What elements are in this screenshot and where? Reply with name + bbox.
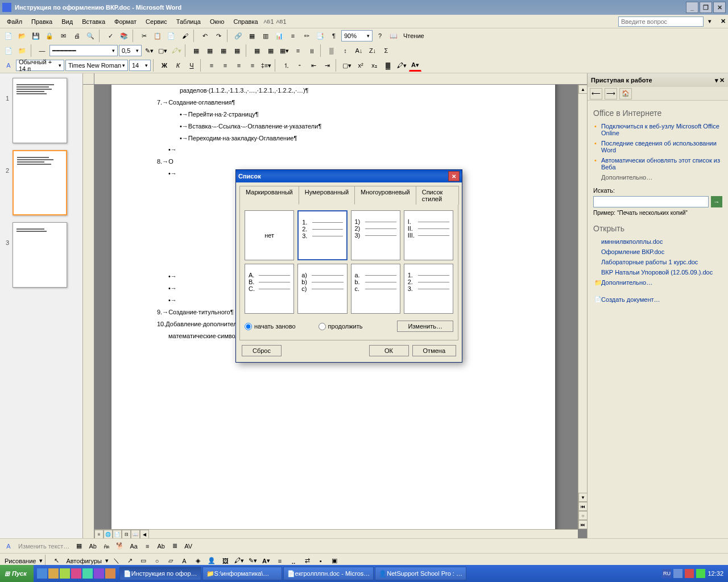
print-icon[interactable]: 🖨 — [71, 30, 83, 42]
taskbar-app-folder[interactable]: 📁 S:\информатика\… — [202, 567, 282, 580]
font-color-icon[interactable]: A▾ — [409, 59, 421, 72]
tab-bulleted[interactable]: Маркированный — [239, 186, 299, 205]
menu-help[interactable]: Справка — [229, 16, 262, 27]
abc2-icon[interactable]: АВ1 — [275, 15, 288, 28]
size-combo[interactable]: 14 — [129, 60, 151, 71]
font-combo[interactable]: Times New Roman — [65, 60, 128, 71]
cell-4-icon[interactable]: ▦ — [231, 44, 243, 57]
italic-icon[interactable]: К — [172, 59, 184, 72]
list-option-roman[interactable] — [404, 210, 453, 260]
wa2-icon[interactable]: Ab — [86, 540, 99, 552]
docmap-icon[interactable]: 📑 — [314, 30, 326, 42]
thumbnail-page-3[interactable] — [13, 222, 67, 288]
doc-close-button[interactable]: ✕ — [721, 18, 726, 25]
highlight-icon[interactable]: 🖍▾ — [395, 59, 408, 72]
underline-icon[interactable]: Ч — [185, 59, 198, 72]
wa7-icon[interactable]: Ab — [155, 540, 167, 552]
view-outline-icon[interactable]: ⊟ — [122, 530, 131, 538]
permissions-icon[interactable]: 🔒 — [43, 30, 56, 42]
wa5-icon[interactable]: Aa — [127, 540, 140, 552]
close-button[interactable]: ✕ — [713, 2, 726, 13]
split-icon[interactable]: ▦ — [264, 44, 277, 57]
redo-icon[interactable]: ↷ — [212, 30, 225, 42]
mail-icon[interactable]: ✉ — [57, 30, 69, 42]
autoformat-icon[interactable]: ▒ — [325, 44, 338, 57]
start-button[interactable]: ⊞Пуск — [0, 565, 34, 582]
bold-icon[interactable]: Ж — [158, 59, 171, 72]
cut-icon[interactable]: ✂ — [138, 30, 150, 42]
list-option-abc-paren[interactable] — [297, 264, 347, 314]
radio-restart[interactable]: начать заново — [245, 323, 296, 330]
menu-tools[interactable]: Сервис — [141, 16, 172, 27]
dist-cols-icon[interactable]: ⫼ — [305, 44, 318, 57]
reading-icon[interactable]: 📖 — [387, 30, 400, 42]
menu-file[interactable]: Файл — [2, 16, 27, 27]
thumbnail-page-1[interactable] — [13, 78, 67, 143]
ok-button[interactable]: ОК — [369, 345, 409, 356]
numbering-icon[interactable]: ⒈ — [280, 59, 292, 72]
recent-file-2[interactable]: Оформление ВКР.doc — [593, 247, 722, 257]
dist-rows-icon[interactable]: ≡ — [292, 44, 304, 57]
horizontal-scrollbar[interactable]: ≡ 🌐 📄 ⊟ 📖 ◀ — [94, 529, 578, 538]
reading-label[interactable]: Чтение — [401, 32, 427, 39]
thumbnail-page-2[interactable] — [13, 150, 67, 215]
list-option-none[interactable]: нет — [245, 210, 294, 260]
taskbar-app-word[interactable]: 📄 Инструкция по офор… — [119, 567, 201, 580]
browse-obj-icon[interactable]: ○ — [578, 511, 587, 520]
sort-asc-icon[interactable]: A↓ — [353, 44, 365, 57]
minimize-button[interactable]: _ — [686, 2, 698, 13]
tray-net-icon[interactable] — [696, 569, 705, 578]
reset-button[interactable]: Сброс — [242, 345, 282, 356]
align-right-icon[interactable]: ≡ — [233, 59, 245, 72]
view-print-icon[interactable]: 📄 — [113, 530, 122, 538]
list-option-123-dot[interactable] — [297, 210, 347, 260]
view-reading-icon[interactable]: 📖 — [131, 530, 140, 538]
tab-multilevel[interactable]: Многоуровневый — [354, 186, 416, 205]
tray-av-icon[interactable] — [685, 569, 694, 578]
modify-button[interactable]: Изменить… — [397, 321, 453, 332]
task-home-icon[interactable]: 🏠 — [619, 88, 632, 99]
borders-btn-icon[interactable]: ▢▾ — [341, 59, 353, 72]
line-weight-combo[interactable]: ━━━━━━ — [49, 45, 118, 56]
autosum-icon[interactable]: Σ — [380, 44, 392, 57]
drawing-icon[interactable]: ✏ — [300, 30, 313, 42]
ql-ie-icon[interactable] — [37, 568, 47, 579]
search-go-icon[interactable]: → — [711, 196, 722, 207]
drawing-label[interactable]: Рисование — [2, 558, 38, 564]
modify-text-label[interactable]: Изменить текст… — [16, 543, 72, 550]
view-normal-icon[interactable]: ≡ — [94, 530, 104, 538]
open-more[interactable]: Дополнительно… — [593, 277, 722, 288]
style-combo[interactable]: Обычный + 14 п — [16, 60, 64, 71]
create-document[interactable]: Создать документ… — [593, 294, 722, 305]
link-connect-office[interactable]: Подключиться к веб-узлу Microsoft Office… — [593, 121, 722, 138]
char-shading-icon[interactable]: ▓ — [382, 59, 394, 72]
paste-icon[interactable]: 📄 — [165, 30, 177, 42]
ql-desktop-icon[interactable] — [60, 568, 70, 579]
task-fwd-icon[interactable]: ⟶ — [605, 88, 617, 99]
research-icon[interactable]: 📚 — [118, 30, 130, 42]
fill-icon[interactable]: 🖍▾ — [170, 44, 183, 57]
autoshapes-label[interactable]: Автофигуры — [64, 558, 104, 564]
ruler-horizontal[interactable] — [83, 73, 587, 85]
taskbar-app-netsupport[interactable]: 👤 NetSupport School Pro : … — [375, 567, 466, 580]
bullets-icon[interactable]: ⁃ — [293, 59, 306, 72]
vertical-scrollbar[interactable]: ▲ ▼ ⏮ ○ ⏭ — [578, 85, 587, 529]
ql-7-icon[interactable] — [105, 568, 115, 579]
excel-icon[interactable]: 📊 — [273, 30, 286, 42]
undo-icon[interactable]: ↶ — [198, 30, 211, 42]
new-icon[interactable]: 📄 — [2, 30, 15, 42]
align-cell-icon[interactable]: ▦▾ — [278, 44, 291, 57]
help-icon[interactable]: ? — [374, 30, 386, 42]
recent-file-3[interactable]: Лабораторные работы 1 курс.doc — [593, 257, 722, 267]
tb2-2-icon[interactable]: 📁 — [16, 44, 28, 57]
scroll-down-icon[interactable]: ▼ — [578, 493, 587, 502]
browse-next-icon[interactable]: ⏭ — [578, 520, 587, 529]
columns-icon[interactable]: ≡ — [287, 30, 299, 42]
tb2-1-icon[interactable]: 📄 — [2, 44, 15, 57]
preview-icon[interactable]: 🔍 — [84, 30, 97, 42]
radio-continue[interactable]: продолжить — [318, 323, 363, 330]
pen-color-icon[interactable]: ✎▾ — [143, 44, 155, 57]
save-icon[interactable]: 💾 — [30, 30, 42, 42]
tables-borders-icon[interactable]: ▦ — [246, 30, 258, 42]
styles-icon[interactable]: A — [2, 59, 15, 72]
